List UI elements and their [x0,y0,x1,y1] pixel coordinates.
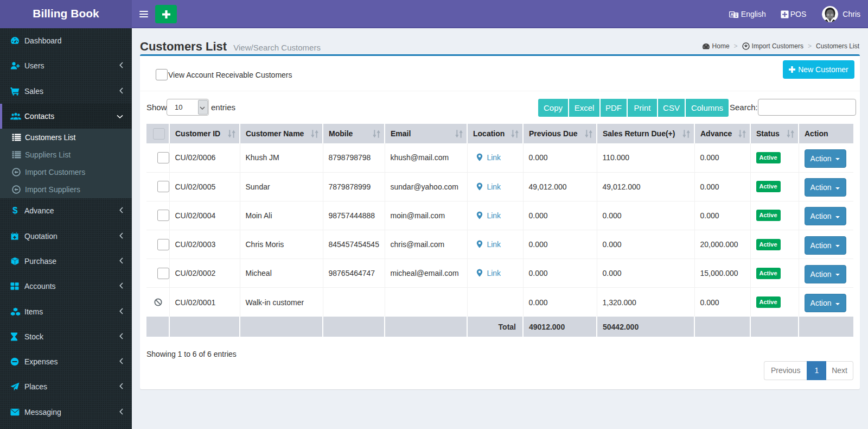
svg-text:A: A [730,12,733,17]
